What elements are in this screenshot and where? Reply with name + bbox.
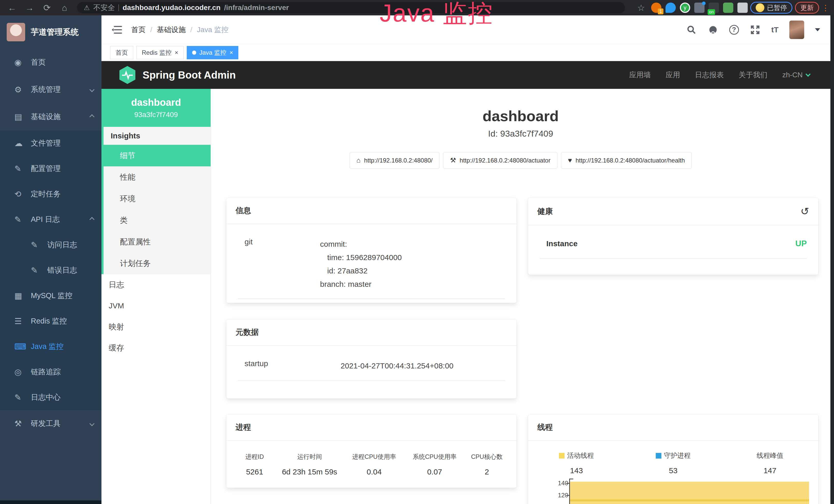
- actuator-url-button[interactable]: ⚒ http://192.168.0.2:48080/actuator: [443, 152, 557, 169]
- github-icon[interactable]: [708, 24, 719, 35]
- extension-icon-leaf[interactable]: [723, 3, 733, 13]
- update-button[interactable]: 更新: [795, 2, 819, 14]
- sidebar-item-devtools[interactable]: ⚒ 研发工具: [0, 410, 102, 437]
- app-logo-row[interactable]: 芋道管理系统: [0, 16, 102, 49]
- extension-on-badge: on: [708, 9, 715, 15]
- tab-home[interactable]: 首页: [110, 46, 133, 59]
- sba-item-classes[interactable]: 类: [104, 209, 211, 231]
- extension-bar: 1 y on: [651, 3, 748, 13]
- timer-icon: ⟲: [14, 189, 31, 199]
- process-col-syscpu: 系统CPU使用率 0.07: [404, 453, 465, 476]
- sidebar-item-log-center[interactable]: ✎ 日志中心: [0, 385, 102, 410]
- sidebar-item-system[interactable]: ⚙ 系统管理: [0, 76, 102, 103]
- extension-icon-pin[interactable]: [665, 3, 676, 13]
- sba-item-mappings[interactable]: 映射: [102, 316, 211, 337]
- search-icon[interactable]: [686, 24, 697, 35]
- instance-header[interactable]: dashboard 93a3fc7f7409: [102, 89, 211, 127]
- sba-item-caches[interactable]: 缓存: [102, 337, 211, 359]
- fullscreen-icon[interactable]: [750, 24, 761, 35]
- sidebar-item-home[interactable]: ◉ 首页: [0, 49, 102, 76]
- url-bar[interactable]: ⚠ 不安全 dashboard.yudao.iocoder.cn /infra/…: [77, 2, 625, 13]
- extension-icon-grid[interactable]: [694, 3, 705, 13]
- sba-item-logs[interactable]: 日志: [102, 274, 211, 295]
- sba-item-scheduled-tasks[interactable]: 计划任务: [104, 253, 211, 274]
- app-sidebar: 芋道管理系统 ◉ 首页 ⚙ 系统管理 ▤ 基础设施 ☁ 文件管理 ✎ 配置管理: [0, 16, 102, 504]
- sidebar-item-access-logs[interactable]: ✎ 访问日志: [0, 232, 102, 257]
- sidebar-item-scheduled-jobs[interactable]: ⟲ 定时任务: [0, 181, 102, 207]
- sidebar-item-file-manage[interactable]: ☁ 文件管理: [0, 131, 102, 156]
- tab-java-monitor[interactable]: Java 监控 ×: [187, 46, 238, 59]
- reload-icon[interactable]: ⟳: [40, 0, 54, 16]
- extension-icon-orange[interactable]: 1: [651, 3, 661, 13]
- sba-item-environment[interactable]: 环境: [104, 188, 211, 209]
- metadata-card-title: 元数据: [236, 327, 259, 338]
- paused-profile-chip[interactable]: 已暂停: [750, 2, 792, 14]
- hamburger-icon[interactable]: [112, 25, 122, 34]
- sba-item-details[interactable]: 细节: [104, 145, 211, 166]
- font-size-icon[interactable]: tT: [771, 25, 778, 34]
- health-instance-row[interactable]: Instance UP: [540, 239, 807, 259]
- chevron-down-icon: [89, 87, 94, 92]
- sidebar-item-config-manage[interactable]: ✎ 配置管理: [0, 156, 102, 181]
- sba-nav-wallboard[interactable]: 应用墙: [629, 70, 651, 80]
- service-url-button[interactable]: ⌂ http://192.168.0.2:48080/: [350, 152, 440, 169]
- info-card: 信息 git commit: time: 1596289704000 id: 2…: [226, 198, 517, 303]
- cloud-icon: ☁: [14, 138, 31, 148]
- database-icon: ▦: [14, 291, 31, 301]
- process-col-pid: 进程ID 5261: [234, 453, 275, 476]
- help-icon[interactable]: ?: [729, 25, 739, 35]
- infrastructure-icon: ▤: [14, 112, 31, 122]
- process-col-uptime: 运行时间 6d 23h 15m 59s: [275, 453, 344, 476]
- browser-menu-icon[interactable]: ⋮: [822, 3, 829, 12]
- annotation-text: Java 监控: [380, 0, 493, 30]
- instance-links: ⌂ http://192.168.0.2:48080/ ⚒ http://192…: [211, 152, 830, 169]
- log-icon: ✎: [14, 215, 31, 224]
- paused-label: 已暂停: [767, 3, 787, 12]
- locale-selector[interactable]: zh-CN: [782, 71, 810, 79]
- health-url-button[interactable]: ♥ http://192.168.0.2:48080/actuator/heal…: [561, 152, 692, 169]
- active-dot: [192, 51, 196, 55]
- sba-brand[interactable]: Spring Boot Admin: [119, 66, 236, 85]
- tab-bar: 首页 Redis 监控 × Java 监控 ×: [102, 44, 830, 61]
- home-icon[interactable]: ⌂: [57, 0, 72, 16]
- avatar-caret-icon[interactable]: [815, 28, 820, 31]
- instance-name: dashboard: [131, 97, 181, 108]
- bookmark-star-icon[interactable]: ☆: [634, 0, 649, 16]
- tools-icon: ⚒: [14, 419, 31, 429]
- infrastructure-submenu: ☁ 文件管理 ✎ 配置管理 ⟲ 定时任务 ✎ API 日志 ✎ 访问日志 ✎: [0, 131, 102, 410]
- extension-icon-switch[interactable]: on: [709, 3, 719, 13]
- sba-nav: 应用墙 应用 日志报表 关于我们 zh-CN: [629, 70, 810, 80]
- sidebar-item-mysql-monitor[interactable]: ▦ MySQL 监控: [0, 283, 102, 308]
- instance-id-line: Id: 93a3fc7f7409: [211, 129, 830, 139]
- sidebar-item-tracing[interactable]: ◎ 链路追踪: [0, 359, 102, 385]
- sba-nav-journal[interactable]: 日志报表: [695, 70, 724, 80]
- back-icon[interactable]: ←: [5, 0, 20, 16]
- tab-redis-monitor[interactable]: Redis 监控 ×: [136, 46, 184, 59]
- breadcrumb-infrastructure[interactable]: 基础设施: [157, 25, 186, 35]
- sba-item-jvm[interactable]: JVM: [102, 295, 211, 316]
- security-label[interactable]: 不安全: [93, 3, 115, 13]
- sba-item-config-props[interactable]: 配置属性: [104, 231, 211, 253]
- eye-icon: ◎: [14, 367, 31, 377]
- close-icon[interactable]: ×: [229, 49, 233, 56]
- sba-nav-about[interactable]: 关于我们: [739, 70, 767, 80]
- sidebar-item-infrastructure[interactable]: ▤ 基础设施: [0, 103, 102, 131]
- access-log-icon: ✎: [31, 240, 47, 250]
- history-icon[interactable]: ↺: [800, 205, 809, 217]
- close-icon[interactable]: ×: [175, 49, 178, 56]
- forward-icon[interactable]: →: [22, 0, 37, 16]
- yellow-swatch: [559, 453, 565, 459]
- sidebar-item-error-logs[interactable]: ✎ 错误日志: [0, 257, 102, 283]
- breadcrumb-home[interactable]: 首页: [131, 25, 146, 35]
- sidebar-item-java-monitor[interactable]: ⌨ Java 监控: [0, 334, 102, 359]
- process-col-cpu: 进程CPU使用率 0.04: [344, 453, 404, 476]
- extension-icon-green-y[interactable]: y: [680, 3, 690, 13]
- sidebar-item-api-logs[interactable]: ✎ API 日志: [0, 207, 102, 232]
- sidebar-item-redis-monitor[interactable]: ☰ Redis 监控: [0, 308, 102, 334]
- sba-nav-applications[interactable]: 应用: [666, 70, 680, 80]
- extension-puzzle-icon[interactable]: [738, 3, 748, 13]
- update-label: 更新: [800, 3, 814, 12]
- chevron-up-icon: [89, 217, 94, 222]
- sba-item-metrics[interactable]: 性能: [104, 166, 211, 188]
- user-avatar[interactable]: [789, 21, 804, 39]
